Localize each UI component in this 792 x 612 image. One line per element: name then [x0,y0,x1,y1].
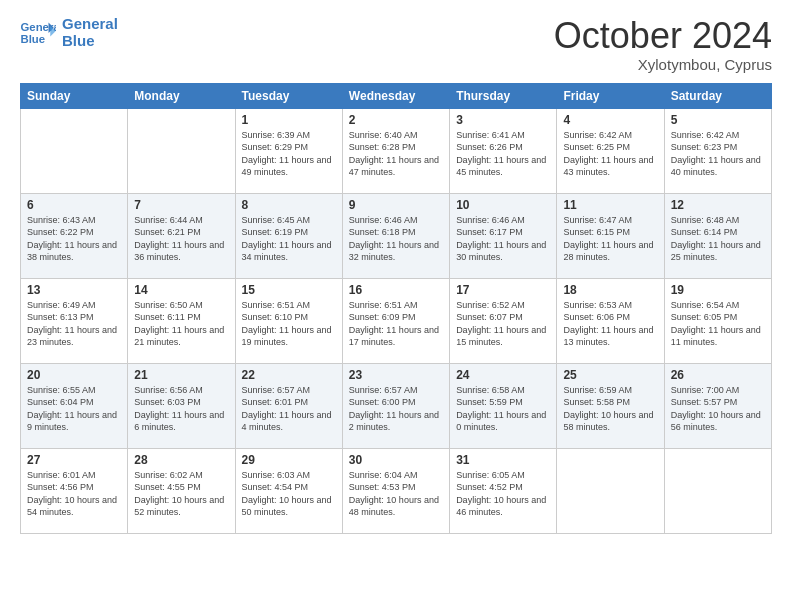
day-cell: 17Sunrise: 6:52 AMSunset: 6:07 PMDayligh… [450,278,557,363]
day-number: 13 [27,283,121,297]
day-detail: Sunrise: 6:44 AMSunset: 6:21 PMDaylight:… [134,214,228,264]
day-cell: 5Sunrise: 6:42 AMSunset: 6:23 PMDaylight… [664,108,771,193]
day-detail: Sunrise: 6:46 AMSunset: 6:18 PMDaylight:… [349,214,443,264]
day-detail: Sunrise: 6:57 AMSunset: 6:00 PMDaylight:… [349,384,443,434]
day-cell: 22Sunrise: 6:57 AMSunset: 6:01 PMDayligh… [235,363,342,448]
logo-line2: Blue [62,33,118,50]
day-detail: Sunrise: 6:54 AMSunset: 6:05 PMDaylight:… [671,299,765,349]
day-number: 6 [27,198,121,212]
header: General Blue General Blue October 2024 X… [20,16,772,73]
logo: General Blue General Blue [20,16,118,49]
day-detail: Sunrise: 6:40 AMSunset: 6:28 PMDaylight:… [349,129,443,179]
day-cell: 2Sunrise: 6:40 AMSunset: 6:28 PMDaylight… [342,108,449,193]
day-cell: 10Sunrise: 6:46 AMSunset: 6:17 PMDayligh… [450,193,557,278]
day-cell: 18Sunrise: 6:53 AMSunset: 6:06 PMDayligh… [557,278,664,363]
day-cell: 28Sunrise: 6:02 AMSunset: 4:55 PMDayligh… [128,448,235,533]
day-detail: Sunrise: 6:04 AMSunset: 4:53 PMDaylight:… [349,469,443,519]
week-row-2: 6Sunrise: 6:43 AMSunset: 6:22 PMDaylight… [21,193,772,278]
day-number: 2 [349,113,443,127]
day-number: 28 [134,453,228,467]
day-number: 22 [242,368,336,382]
day-number: 15 [242,283,336,297]
day-number: 10 [456,198,550,212]
weekday-header-saturday: Saturday [664,83,771,108]
day-cell: 19Sunrise: 6:54 AMSunset: 6:05 PMDayligh… [664,278,771,363]
day-detail: Sunrise: 6:53 AMSunset: 6:06 PMDaylight:… [563,299,657,349]
day-number: 25 [563,368,657,382]
day-detail: Sunrise: 6:02 AMSunset: 4:55 PMDaylight:… [134,469,228,519]
weekday-header-row: SundayMondayTuesdayWednesdayThursdayFrid… [21,83,772,108]
day-number: 7 [134,198,228,212]
weekday-header-tuesday: Tuesday [235,83,342,108]
day-cell: 14Sunrise: 6:50 AMSunset: 6:11 PMDayligh… [128,278,235,363]
calendar-table: SundayMondayTuesdayWednesdayThursdayFrid… [20,83,772,534]
day-detail: Sunrise: 6:51 AMSunset: 6:09 PMDaylight:… [349,299,443,349]
day-number: 17 [456,283,550,297]
day-cell: 9Sunrise: 6:46 AMSunset: 6:18 PMDaylight… [342,193,449,278]
day-cell: 12Sunrise: 6:48 AMSunset: 6:14 PMDayligh… [664,193,771,278]
weekday-header-friday: Friday [557,83,664,108]
day-number: 11 [563,198,657,212]
day-number: 1 [242,113,336,127]
day-cell: 27Sunrise: 6:01 AMSunset: 4:56 PMDayligh… [21,448,128,533]
day-cell: 4Sunrise: 6:42 AMSunset: 6:25 PMDaylight… [557,108,664,193]
day-number: 16 [349,283,443,297]
day-detail: Sunrise: 6:47 AMSunset: 6:15 PMDaylight:… [563,214,657,264]
day-number: 30 [349,453,443,467]
day-cell: 25Sunrise: 6:59 AMSunset: 5:58 PMDayligh… [557,363,664,448]
weekday-header-monday: Monday [128,83,235,108]
day-detail: Sunrise: 6:49 AMSunset: 6:13 PMDaylight:… [27,299,121,349]
day-cell [664,448,771,533]
week-row-5: 27Sunrise: 6:01 AMSunset: 4:56 PMDayligh… [21,448,772,533]
svg-text:Blue: Blue [21,32,46,44]
day-cell: 30Sunrise: 6:04 AMSunset: 4:53 PMDayligh… [342,448,449,533]
day-detail: Sunrise: 7:00 AMSunset: 5:57 PMDaylight:… [671,384,765,434]
day-cell: 20Sunrise: 6:55 AMSunset: 6:04 PMDayligh… [21,363,128,448]
day-detail: Sunrise: 6:42 AMSunset: 6:23 PMDaylight:… [671,129,765,179]
day-number: 9 [349,198,443,212]
day-cell: 16Sunrise: 6:51 AMSunset: 6:09 PMDayligh… [342,278,449,363]
day-cell: 1Sunrise: 6:39 AMSunset: 6:29 PMDaylight… [235,108,342,193]
day-number: 8 [242,198,336,212]
week-row-3: 13Sunrise: 6:49 AMSunset: 6:13 PMDayligh… [21,278,772,363]
day-detail: Sunrise: 6:59 AMSunset: 5:58 PMDaylight:… [563,384,657,434]
day-cell: 6Sunrise: 6:43 AMSunset: 6:22 PMDaylight… [21,193,128,278]
day-cell: 11Sunrise: 6:47 AMSunset: 6:15 PMDayligh… [557,193,664,278]
month-title: October 2024 [554,16,772,56]
day-detail: Sunrise: 6:05 AMSunset: 4:52 PMDaylight:… [456,469,550,519]
day-number: 26 [671,368,765,382]
day-cell: 7Sunrise: 6:44 AMSunset: 6:21 PMDaylight… [128,193,235,278]
day-number: 19 [671,283,765,297]
day-detail: Sunrise: 6:03 AMSunset: 4:54 PMDaylight:… [242,469,336,519]
day-detail: Sunrise: 6:50 AMSunset: 6:11 PMDaylight:… [134,299,228,349]
day-number: 21 [134,368,228,382]
day-cell [557,448,664,533]
day-cell: 3Sunrise: 6:41 AMSunset: 6:26 PMDaylight… [450,108,557,193]
week-row-4: 20Sunrise: 6:55 AMSunset: 6:04 PMDayligh… [21,363,772,448]
page: General Blue General Blue October 2024 X… [0,0,792,612]
day-number: 12 [671,198,765,212]
day-detail: Sunrise: 6:45 AMSunset: 6:19 PMDaylight:… [242,214,336,264]
day-detail: Sunrise: 6:57 AMSunset: 6:01 PMDaylight:… [242,384,336,434]
day-detail: Sunrise: 6:39 AMSunset: 6:29 PMDaylight:… [242,129,336,179]
weekday-header-wednesday: Wednesday [342,83,449,108]
day-cell: 15Sunrise: 6:51 AMSunset: 6:10 PMDayligh… [235,278,342,363]
day-number: 23 [349,368,443,382]
day-number: 18 [563,283,657,297]
day-detail: Sunrise: 6:56 AMSunset: 6:03 PMDaylight:… [134,384,228,434]
day-number: 27 [27,453,121,467]
day-cell: 8Sunrise: 6:45 AMSunset: 6:19 PMDaylight… [235,193,342,278]
day-number: 4 [563,113,657,127]
day-detail: Sunrise: 6:48 AMSunset: 6:14 PMDaylight:… [671,214,765,264]
logo-line1: General [62,16,118,33]
day-detail: Sunrise: 6:42 AMSunset: 6:25 PMDaylight:… [563,129,657,179]
weekday-header-sunday: Sunday [21,83,128,108]
day-cell [128,108,235,193]
day-detail: Sunrise: 6:58 AMSunset: 5:59 PMDaylight:… [456,384,550,434]
day-number: 5 [671,113,765,127]
day-detail: Sunrise: 6:41 AMSunset: 6:26 PMDaylight:… [456,129,550,179]
day-detail: Sunrise: 6:46 AMSunset: 6:17 PMDaylight:… [456,214,550,264]
day-cell: 21Sunrise: 6:56 AMSunset: 6:03 PMDayligh… [128,363,235,448]
day-number: 31 [456,453,550,467]
day-cell: 31Sunrise: 6:05 AMSunset: 4:52 PMDayligh… [450,448,557,533]
